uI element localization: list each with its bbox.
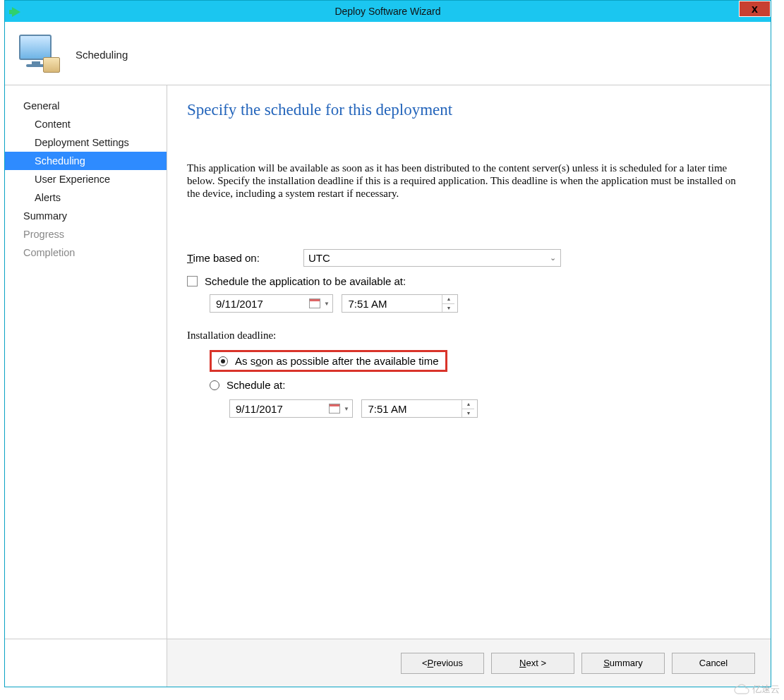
chevron-down-icon: ▼ xyxy=(324,301,330,307)
summary-button[interactable]: Summary xyxy=(581,653,665,674)
cloud-icon xyxy=(734,684,749,695)
close-button[interactable]: x xyxy=(739,1,771,17)
page-heading: Specify the schedule for this deployment xyxy=(187,101,759,119)
spinner-down-icon[interactable]: ▼ xyxy=(442,304,454,313)
calendar-icon xyxy=(329,404,340,414)
available-time-value: 7:51 AM xyxy=(348,298,387,310)
deadline-time-field[interactable]: 7:51 AM ▲▼ xyxy=(361,399,478,418)
deadline-schedule-at-label: Schedule at: xyxy=(227,379,285,391)
nav-completion: Completion xyxy=(5,243,167,262)
time-based-select[interactable]: UTC ⌄ xyxy=(303,249,561,267)
nav-user-experience[interactable]: User Experience xyxy=(5,170,167,188)
time-spinner[interactable]: ▲▼ xyxy=(462,400,474,417)
deadline-asap-radio[interactable] xyxy=(218,356,228,366)
titlebar: Deploy Software Wizard x xyxy=(5,1,771,22)
wizard-header: Scheduling xyxy=(5,22,771,85)
available-date-value: 9/11/2017 xyxy=(216,298,263,310)
wizard-step-icon xyxy=(19,35,61,74)
wizard-nav: General Content Deployment Settings Sche… xyxy=(5,85,167,682)
time-based-value: UTC xyxy=(308,252,330,264)
deadline-time-value: 7:51 AM xyxy=(368,403,406,415)
deadline-label: Installation deadline: xyxy=(187,330,759,342)
wizard-content: Specify the schedule for this deployment… xyxy=(167,85,771,682)
wizard-step-title: Scheduling xyxy=(76,49,128,61)
asap-highlight: As soon as possible after the available … xyxy=(210,350,447,372)
next-button[interactable]: Next > xyxy=(491,653,574,674)
deadline-date-field[interactable]: 9/11/2017 ▼ xyxy=(229,399,353,418)
nav-progress: Progress xyxy=(5,225,167,243)
available-date-field[interactable]: 9/11/2017 ▼ xyxy=(210,294,333,313)
wizard-footer: < Previous Next > Summary Cancel xyxy=(5,639,771,687)
nav-general[interactable]: General xyxy=(5,97,167,115)
page-description: This application will be available as so… xyxy=(187,162,737,200)
spinner-up-icon[interactable]: ▲ xyxy=(442,295,454,304)
nav-summary[interactable]: Summary xyxy=(5,207,167,225)
window-title: Deploy Software Wizard xyxy=(334,6,440,17)
previous-button[interactable]: < Previous xyxy=(401,653,484,674)
nav-scheduling[interactable]: Scheduling xyxy=(5,152,167,170)
nav-alerts[interactable]: Alerts xyxy=(5,188,167,207)
chevron-down-icon: ▼ xyxy=(344,406,349,412)
time-spinner[interactable]: ▲▼ xyxy=(442,295,454,312)
deadline-schedule-at-radio[interactable] xyxy=(210,380,219,390)
wizard-window: Deploy Software Wizard x Scheduling Gene… xyxy=(4,0,771,687)
available-time-field[interactable]: 7:51 AM ▲▼ xyxy=(342,294,458,313)
nav-content[interactable]: Content xyxy=(5,115,167,133)
deadline-date-value: 9/11/2017 xyxy=(236,403,283,415)
back-arrow-icon[interactable] xyxy=(8,4,24,20)
time-based-label: Time based on: xyxy=(187,252,303,264)
spinner-down-icon[interactable]: ▼ xyxy=(462,409,474,418)
schedule-available-checkbox[interactable] xyxy=(187,276,198,286)
deadline-asap-label: As soon as possible after the available … xyxy=(235,355,439,367)
calendar-icon xyxy=(309,298,320,308)
cancel-button[interactable]: Cancel xyxy=(672,653,755,674)
schedule-available-label: Schedule the application to be available… xyxy=(205,275,406,287)
chevron-down-icon: ⌄ xyxy=(550,253,556,262)
spinner-up-icon[interactable]: ▲ xyxy=(462,400,474,409)
nav-deployment-settings[interactable]: Deployment Settings xyxy=(5,133,167,152)
watermark: 亿速云 xyxy=(734,683,780,696)
